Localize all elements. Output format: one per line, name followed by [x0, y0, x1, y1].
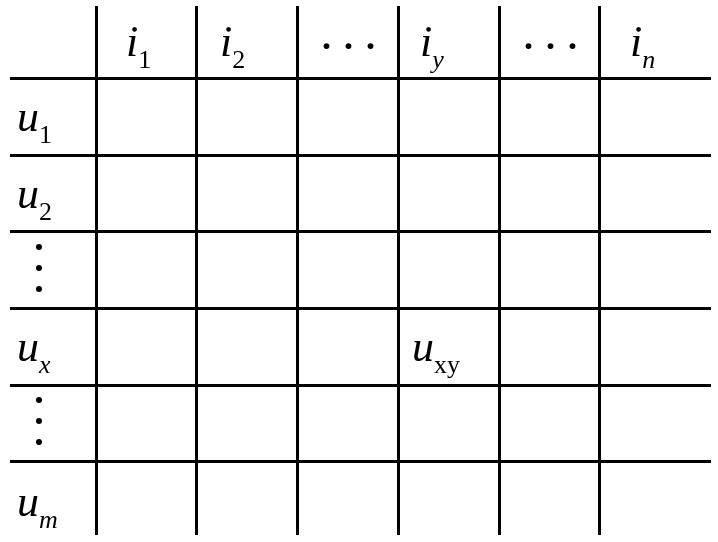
col-header-i1: i1 [126, 20, 151, 71]
col-header-i2: i2 [220, 20, 245, 71]
col-header-ellipsis-icon: · · · [322, 28, 377, 64]
grid-hline [10, 460, 711, 463]
matrix-entry-uxy: uxy [412, 325, 460, 376]
grid-vline [498, 6, 501, 535]
row-header-um: um [17, 480, 58, 531]
grid-hline [10, 77, 711, 80]
grid-hline [10, 384, 711, 387]
grid-vline [296, 6, 299, 535]
row-header-u1: u1 [17, 95, 52, 146]
grid-vline [195, 6, 198, 535]
row-header-ellipsis-icon [35, 244, 43, 292]
row-header-ux: ux [17, 325, 51, 376]
matrix-table: i1 i2 · · · iy · · · in u1 u2 ux um uxy [0, 0, 718, 542]
row-header-ellipsis-icon [35, 397, 43, 445]
grid-hline [10, 154, 711, 157]
grid-vline [598, 6, 601, 535]
col-header-in: in [630, 20, 655, 71]
grid-vline [397, 6, 400, 535]
col-header-iy: iy [420, 20, 444, 71]
grid-vline [95, 6, 98, 535]
grid-hline [10, 230, 711, 233]
grid-hline [10, 307, 711, 310]
row-header-u2: u2 [17, 172, 52, 223]
col-header-ellipsis-icon: · · · [524, 28, 579, 64]
